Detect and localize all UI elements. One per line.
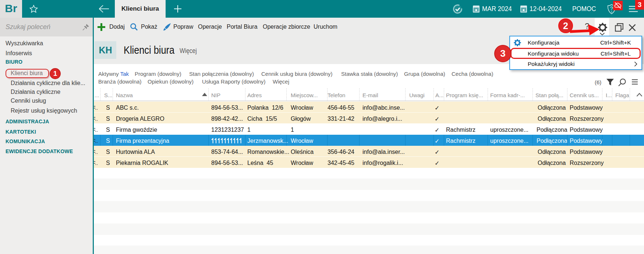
svg-text:?: ? — [610, 5, 613, 11]
